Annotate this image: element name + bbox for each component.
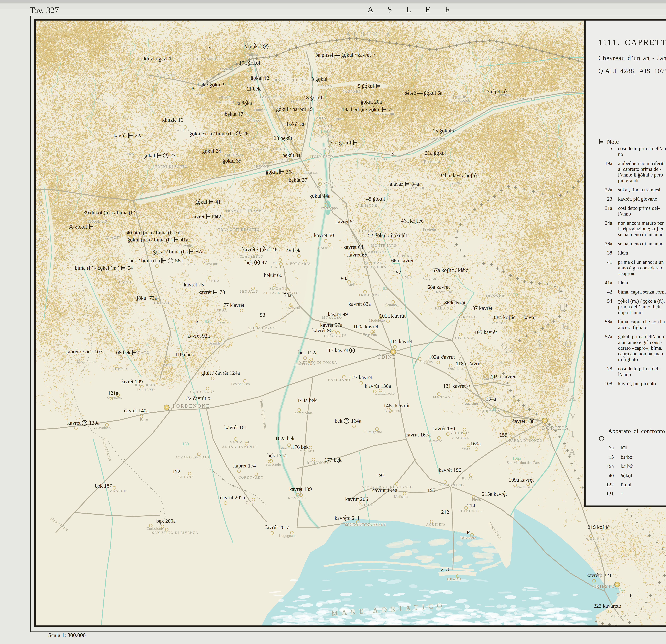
svg-text:non ancora maturo per: non ancora maturo per xyxy=(618,220,664,226)
svg-text:3a pítsəl — ǧǫ́kul / kavrét ○: 3a pítsəl — ǧǫ́kul / kavrét ○ xyxy=(315,52,375,58)
svg-text:Cedarchis: Cedarchis xyxy=(318,135,334,139)
svg-text:108 bék: 108 bék xyxy=(113,350,132,356)
svg-text:prima di un anno; a un: prima di un anno; a un xyxy=(618,259,664,265)
svg-text:2a ǧǫ́kǫl: 2a ǧǫ́kǫl xyxy=(243,43,263,49)
svg-text:kavrét 189: kavrét 189 xyxy=(289,486,312,492)
svg-text:7a ljétńak: 7a ljétńak xyxy=(487,88,508,94)
svg-text:bekút 60: bekút 60 xyxy=(264,272,282,278)
svg-text:67a koʃlíć / kíśić: 67a koʃlíć / kíśić xyxy=(432,267,468,273)
svg-text:131: 131 xyxy=(606,491,614,497)
svg-text:Vernasso: Vernasso xyxy=(491,321,505,325)
svg-text:ǧǫ́kul: ǧǫ́kul xyxy=(266,169,279,175)
svg-text:kavréto 221: kavréto 221 xyxy=(586,572,612,578)
svg-text:162a bek: 162a bek xyxy=(275,435,295,442)
svg-text:kaprét 174: kaprét 174 xyxy=(233,463,256,469)
svg-text:a un anno è già consi-: a un anno è già consi- xyxy=(618,339,662,345)
svg-text:Belvedere: Belvedere xyxy=(460,536,476,540)
svg-text:34a: 34a xyxy=(410,181,419,187)
svg-text:kavrét: kavrét xyxy=(198,289,213,295)
svg-text:Ciseriis: Ciseriis xyxy=(397,253,409,258)
svg-text:S: S xyxy=(208,44,211,51)
svg-text:Cerneglóns: Cerneglóns xyxy=(415,360,433,364)
svg-text:BARCIS: BARCIS xyxy=(119,280,134,284)
svg-text:127 kavrét: 127 kavrét xyxy=(350,374,372,380)
svg-text:kavrę́t 97a: kavrę́t 97a xyxy=(320,322,343,328)
svg-text:3 ǧǫ́kul: 3 ǧǫ́kul xyxy=(311,76,328,82)
svg-text:P: P xyxy=(195,319,198,325)
svg-text:212a: 212a xyxy=(453,530,461,535)
svg-text:Raccolana: Raccolana xyxy=(424,159,440,164)
svg-text:○: ○ xyxy=(387,107,392,112)
svg-text:45 ǧókul: 45 ǧókul xyxy=(366,196,385,202)
svg-text:38: 38 xyxy=(607,250,612,255)
svg-text:P: P xyxy=(83,421,86,425)
svg-text:54: 54 xyxy=(126,265,133,271)
svg-text:barbói: barbói xyxy=(621,463,634,469)
svg-text:GRIZZO: GRIZZO xyxy=(154,301,169,305)
svg-text:kavrét 65: kavrét 65 xyxy=(347,252,367,258)
svg-text:AL TAGLIAMENTO: AL TAGLIAMENTO xyxy=(222,445,258,449)
svg-text:khizl / gazl 1: khizl / gazl 1 xyxy=(144,56,172,61)
svg-text:ARBA: ARBA xyxy=(216,308,227,312)
svg-text:Cave di Selz: Cave di Selz xyxy=(514,485,533,489)
svg-text:+: + xyxy=(621,491,624,497)
svg-text:se ha meno di un anno: se ha meno di un anno xyxy=(618,241,664,246)
svg-text:176 bek: 176 bek xyxy=(292,444,309,450)
svg-text:più grande: più grande xyxy=(618,178,639,183)
svg-text:TRAMONTI DI SOPRA: TRAMONTI DI SOPRA xyxy=(225,209,267,213)
svg-text:gitút / čavrét 124a: gitút / čavrét 124a xyxy=(201,370,240,376)
svg-text:P: P xyxy=(351,348,353,353)
svg-text:195: 195 xyxy=(427,487,435,493)
svg-text:PRATO: PRATO xyxy=(219,95,232,99)
svg-text:219 kóʃlič: 219 kóʃlič xyxy=(588,524,609,530)
svg-text:22a: 22a xyxy=(134,132,142,139)
svg-text:kavrét 96: kavrét 96 xyxy=(312,327,332,333)
svg-text:se ha meno di un anno: se ha meno di un anno xyxy=(618,232,664,237)
svg-text:FORNI AVOLTRI: FORNI AVOLTRI xyxy=(193,57,224,61)
svg-text:CIMOLAIS: CIMOLAIS xyxy=(87,219,107,223)
svg-text:119a kavrét: 119a kavrét xyxy=(491,374,515,380)
svg-text:Aonedis: Aonedis xyxy=(287,306,300,310)
svg-text:P: P xyxy=(630,592,633,598)
svg-text:26: 26 xyxy=(242,130,248,137)
svg-text:IN PIANO: IN PIANO xyxy=(137,388,155,392)
svg-text:ambedue i nomi riferiti: ambedue i nomi riferiti xyxy=(618,161,665,166)
svg-text:SAPPADA: SAPPADA xyxy=(157,73,175,77)
svg-text:ſímul: ſímul xyxy=(621,482,631,487)
svg-text:21a ǧǫ́kul: 21a ǧǫ́kul xyxy=(425,150,446,156)
svg-text:122 čavrút ○: 122 čavrút ○ xyxy=(183,395,211,401)
svg-text:77 k'avrét: 77 k'avrét xyxy=(223,302,244,308)
svg-text:23: 23 xyxy=(169,153,176,159)
svg-text:38 δókol: 38 δókol xyxy=(68,224,88,230)
svg-text:la riproduzione; koʃlę́ć,: la riproduzione; koʃlę́ć, xyxy=(618,226,665,232)
svg-text:100a kavrét: 100a kavrét xyxy=(353,324,378,329)
svg-text:OSOPPO: OSOPPO xyxy=(318,246,334,250)
svg-text:S: S xyxy=(391,151,394,157)
svg-text:34b iálavez hoʃléé: 34b iálavez hoʃléé xyxy=(440,173,478,178)
svg-text:118a k'avrút: 118a k'avrút xyxy=(456,361,482,366)
svg-text:bek 112a: bek 112a xyxy=(298,350,317,356)
svg-text:155: 155 xyxy=(500,432,507,438)
svg-text:kavrét: kavrét xyxy=(191,214,206,220)
svg-text:199a kavrę́t: 199a kavrę́t xyxy=(509,477,534,483)
svg-text:ǧǫ́kul (m.) / bíma (f.): ǧǫ́kul (m.) / bíma (f.) xyxy=(127,237,174,243)
svg-text:CORDOVADO: CORDOVADO xyxy=(239,476,264,479)
svg-text:ERTO: ERTO xyxy=(39,237,49,241)
svg-text:Pesáriis: Pesáriis xyxy=(193,93,205,97)
svg-text:P: P xyxy=(256,260,258,265)
svg-text:113 kavrét: 113 kavrét xyxy=(326,347,349,353)
svg-text:khítzle 16: khítzle 16 xyxy=(162,117,183,123)
svg-text:TRIESTE: TRIESTE xyxy=(593,584,615,589)
svg-text:čavrét 150: čavrét 150 xyxy=(433,426,455,432)
svg-text:169a: 169a xyxy=(470,441,481,447)
svg-text:TOLMEZZO: TOLMEZZO xyxy=(311,155,333,159)
svg-text:AL TAGLIAMENTO: AL TAGLIAMENTO xyxy=(263,291,299,295)
svg-text:bek: bek xyxy=(335,418,344,424)
svg-text:bęk 175a: bęk 175a xyxy=(267,452,287,458)
svg-text:212: 212 xyxy=(441,509,449,515)
svg-text:FIUMICELLO: FIUMICELLO xyxy=(459,509,484,513)
svg-text:57a: 57a xyxy=(605,334,612,339)
svg-text:bék / bíma (f.): bék / bíma (f.) xyxy=(129,257,161,264)
svg-text:Lugugnana: Lugugnana xyxy=(279,533,297,538)
svg-text:FANNA: FANNA xyxy=(206,279,220,283)
